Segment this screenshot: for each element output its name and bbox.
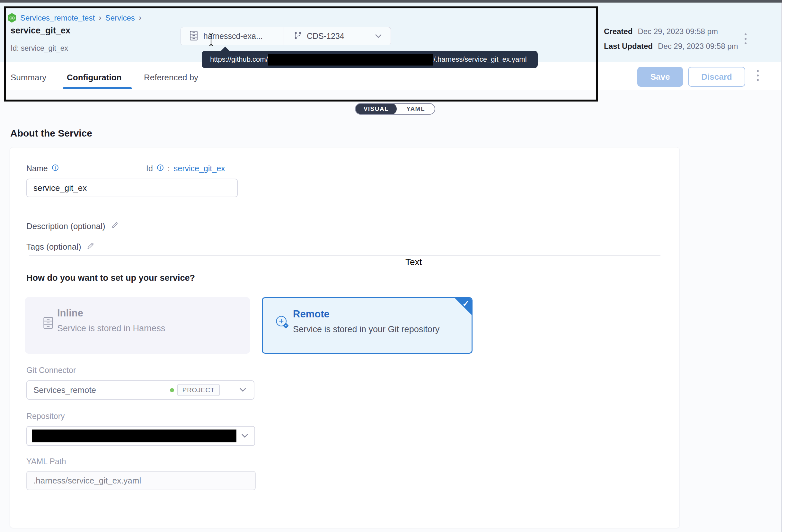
window-top-strip [0,0,782,3]
page-title: service_git_ex [11,26,70,36]
discard-button[interactable]: Discard [688,67,745,87]
toggle-yaml[interactable]: YAML [397,103,435,115]
id-label: Id [146,164,153,173]
header-more-options-icon[interactable] [745,33,747,44]
description-row: Description (optional) [26,221,119,232]
active-tab-underline [63,87,132,89]
tooltip-url-prefix: https://github.com/ [210,55,268,63]
inline-cabinet-icon [43,317,54,330]
breadcrumb: Services_remote_test › Services › [7,13,141,23]
id-row: Id : service_git_ex [146,164,225,173]
id-value-link[interactable]: service_git_ex [174,164,225,173]
save-button[interactable]: Save [637,67,683,87]
repository-label: Repository [26,412,65,421]
updated-label: Last Updated [604,42,653,51]
redaction-bar [32,430,236,442]
section-divider [29,255,660,256]
remote-subtitle: Service is stored in your Git repository [293,324,439,335]
tab-referenced-by[interactable]: Referenced by [144,73,198,82]
repository-select[interactable] [26,426,255,446]
breadcrumb-separator: › [99,13,101,23]
yaml-path-label: YAML Path [26,457,66,466]
section-heading: About the Service [10,128,92,139]
redaction-bar [268,54,433,65]
toggle-visual[interactable]: VISUAL [356,103,397,115]
git-connector-select[interactable]: Services_remote PROJECT [26,380,254,400]
text-cursor [207,33,215,48]
connector-status-dot [170,388,174,392]
breadcrumb-separator: › [139,13,142,23]
name-label: Name [26,164,48,173]
repo-selector[interactable]: harnesscd-exa... [181,31,284,42]
breadcrumb-project-link[interactable]: Services_remote_test [20,14,95,22]
info-icon[interactable] [52,164,59,173]
annotation-text: Text [405,257,422,267]
edit-pencil-icon[interactable] [111,221,119,232]
git-connector-label: Git Connector [26,366,76,375]
screenshot-root: Services_remote_test › Services › servic… [0,0,805,532]
scope-badge: PROJECT [177,384,220,396]
breadcrumb-services-link[interactable]: Services [106,14,135,22]
tooltip-url-suffix: /.harness/service_git_ex.yaml [434,55,527,63]
updated-row: Last Updated Dec 29, 2023 09:58 pm [604,42,738,51]
check-icon: ✓ [462,299,469,309]
branch-name-label: CDS-1234 [307,32,344,41]
tags-label: Tags (optional) [26,242,81,252]
toolbar-more-options-icon[interactable] [757,70,759,81]
service-id-text: Id: service_git_ex [11,44,68,53]
inline-subtitle: Service is stored in Harness [57,323,165,334]
name-input[interactable] [26,178,238,197]
updated-value: Dec 29, 2023 09:58 pm [658,42,738,51]
edit-pencil-icon[interactable] [87,242,95,252]
remote-title: Remote [293,308,330,320]
remote-option-card[interactable]: ✓ Remote Service is stored in your Git r… [262,297,473,354]
remote-git-icon [274,314,290,331]
info-icon[interactable] [157,164,164,173]
tab-configuration[interactable]: Configuration [67,73,121,82]
git-branch-icon [293,31,302,41]
tab-summary[interactable]: Summary [11,73,46,82]
chevron-down-icon[interactable] [238,385,247,395]
id-colon: : [168,164,170,173]
inline-title: Inline [57,307,83,319]
created-value: Dec 29, 2023 09:58 pm [638,27,718,36]
inline-option-card[interactable]: Inline Service is stored in Harness [25,297,250,354]
repository-cabinet-icon [189,31,198,42]
yaml-path-input[interactable] [26,471,256,490]
git-connector-value: Services_remote [33,385,96,395]
created-row: Created Dec 29, 2023 09:58 pm [604,27,738,36]
chevron-down-icon[interactable] [374,32,383,41]
name-label-row: Name [26,164,59,173]
project-icon [7,13,16,23]
chevron-down-icon[interactable] [240,432,249,440]
timestamps-block: Created Dec 29, 2023 09:58 pm Last Updat… [604,27,738,57]
visual-yaml-toggle: VISUAL YAML [355,103,435,115]
created-label: Created [604,27,632,36]
branch-selector[interactable]: CDS-1234 [284,31,390,41]
app-frame: Services_remote_test › Services › servic… [0,0,782,532]
tags-row: Tags (optional) [26,242,95,252]
setup-question: How do you want to set up your service? [26,273,195,283]
description-label: Description (optional) [26,221,106,231]
git-url-tooltip: https://github.com/ /.harness/service_gi… [202,51,538,68]
